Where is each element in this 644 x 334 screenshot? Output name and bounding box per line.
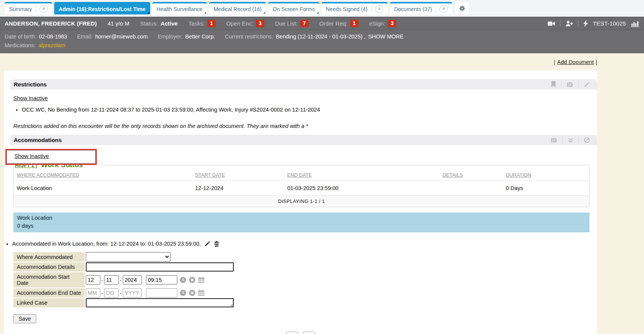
pipe-separator: | xyxy=(596,59,597,65)
accommodations-show-inactive-link[interactable]: Show Inactive xyxy=(14,153,49,159)
start-year-input[interactable] xyxy=(123,275,142,284)
counter-open-enc: Open Enc: 3 xyxy=(226,20,264,27)
calendar-icon[interactable] xyxy=(198,289,205,296)
email-field: Email: horner@mieweb.com xyxy=(77,32,148,41)
document-actions-row: | Add Document | xyxy=(0,53,644,70)
end-date-controls: - - xyxy=(86,288,205,297)
patient-info-line-1: Date of birth: 02-08-1983 Email: horner@… xyxy=(5,32,639,41)
accommodations-header-icons xyxy=(546,137,595,144)
save-button[interactable]: Save xyxy=(13,314,36,323)
where-accommodated-select[interactable] xyxy=(86,252,170,262)
tab-summary-popout[interactable] xyxy=(36,5,48,13)
col-duration[interactable]: DURATION xyxy=(503,169,589,181)
restrictions-title: Restrictions xyxy=(14,81,47,88)
bar-chart-icon[interactable] xyxy=(631,20,639,27)
cell-where: Work Location xyxy=(14,181,192,196)
clear-circle-icon[interactable] xyxy=(189,276,196,283)
clear-circle-icon[interactable] xyxy=(189,289,196,296)
add-document-link[interactable]: Add Document xyxy=(557,59,594,65)
esign-badge[interactable]: 3 xyxy=(388,20,397,27)
start-day-input[interactable] xyxy=(104,275,119,284)
patient-chart-id: TEST-10025 xyxy=(593,20,626,27)
accommodations-title: Accommodations xyxy=(14,137,62,143)
clock-icon[interactable] xyxy=(180,276,186,283)
current-restrictions-field: Current restrictions: Bending (12-11-202… xyxy=(225,32,403,41)
clock-icon[interactable] xyxy=(180,289,186,296)
accommodation-details-label: Accommodation Details xyxy=(13,262,85,272)
block-icon[interactable] xyxy=(579,137,595,143)
tab-health-surveillance[interactable]: Health Surveillance xyxy=(152,2,207,14)
where-accommodated-row: Where Accommodated xyxy=(13,252,597,262)
edit-pencil-icon[interactable] xyxy=(204,241,210,247)
tab-needs-signed[interactable]: Needs Signed (4) xyxy=(321,2,388,14)
where-accommodated-label: Where Accommodated xyxy=(13,252,85,262)
counter-tasks: Tasks: 1 xyxy=(188,20,215,27)
settings-button[interactable] xyxy=(455,2,469,14)
restriction-item: OCC WC, No Bending from 12-11-2024 08:37… xyxy=(22,107,588,113)
accommodation-summary-banner: Work Location 0 days xyxy=(13,213,589,232)
cell-duration: 0 Days xyxy=(503,181,589,196)
end-time-input[interactable] xyxy=(146,288,177,297)
end-month-input[interactable] xyxy=(86,288,100,297)
due-list-badge[interactable]: 7 xyxy=(300,20,308,27)
external-link-icon xyxy=(375,5,383,13)
col-details[interactable]: DETAILS xyxy=(440,169,503,181)
accommodations-table: WHERE ACCOMMODATED START DATE END DATE D… xyxy=(14,169,589,207)
col-end-date[interactable]: END DATE xyxy=(284,169,439,181)
tab-documents[interactable]: Documents (37) xyxy=(390,2,453,14)
patient-info-bar: Date of birth: 02-08-1983 Email: horner@… xyxy=(0,30,644,53)
journal-icon[interactable] xyxy=(546,137,562,143)
patient-age-sex: 41 y/o M xyxy=(108,20,130,27)
restrictions-show-inactive-link[interactable]: Show Inactive xyxy=(13,95,48,101)
chevron-double-down-icon[interactable] xyxy=(563,137,578,143)
start-month-input[interactable] xyxy=(86,275,100,284)
tab-summary[interactable]: Summary xyxy=(5,2,52,14)
accommodation-details-input[interactable] xyxy=(86,262,234,272)
tab-medical-record[interactable]: Medical Record (16) xyxy=(209,2,266,14)
save-all-button[interactable] xyxy=(303,332,315,334)
counter-esign: eSign: 3 xyxy=(369,20,396,27)
expand-all-button[interactable] xyxy=(286,332,298,334)
linked-case-input[interactable] xyxy=(86,298,234,307)
tab-on-screen-forms[interactable]: On Screen Forms xyxy=(268,2,319,14)
journal-icon[interactable] xyxy=(562,82,578,88)
medications-field: Medications: alprazolam xyxy=(5,41,65,50)
col-where-accommodated[interactable]: WHERE ACCOMMODATED xyxy=(14,169,192,181)
person-add-icon[interactable] xyxy=(565,20,573,27)
current-restrictions-value: Bending (12-11-2024 - 01-03-2025) , xyxy=(276,32,365,41)
end-day-input[interactable] xyxy=(104,288,119,297)
tab-label: Summary xyxy=(9,6,32,12)
bookmark-icon[interactable] xyxy=(546,81,561,88)
cell-details xyxy=(440,181,503,196)
lightning-icon[interactable] xyxy=(583,20,588,27)
end-year-input[interactable] xyxy=(123,288,142,297)
medication-link[interactable]: alprazolam xyxy=(38,41,65,50)
external-link-icon xyxy=(440,5,448,13)
tasks-badge[interactable]: 1 xyxy=(207,20,216,27)
open-enc-badge[interactable]: 3 xyxy=(256,20,264,27)
show-more-link[interactable]: SHOW MORE xyxy=(368,32,404,41)
calendar-icon[interactable] xyxy=(198,276,205,283)
tab-documents-popout[interactable] xyxy=(436,5,448,13)
employer-value: Better Corp. xyxy=(185,32,215,41)
col-start-date[interactable]: START DATE xyxy=(192,169,284,181)
patient-header: ANDERSON, FREDERICK (FRED) 41 y/o M Stat… xyxy=(0,17,644,30)
tab-label: On Screen Forms xyxy=(273,6,315,12)
patient-info-line-2: Medications: alprazolam xyxy=(5,41,639,50)
video-camera-icon[interactable] xyxy=(548,21,555,27)
tab-label: Health Surveillance xyxy=(157,6,203,12)
trash-icon[interactable] xyxy=(214,241,219,247)
start-time-input[interactable] xyxy=(146,275,177,284)
dob-field: Date of birth: 02-08-1983 xyxy=(5,32,67,41)
tab-label: Needs Signed (4) xyxy=(326,6,368,12)
table-row[interactable]: Work Location 12-12-2024 01-03-2025 23:5… xyxy=(14,181,589,196)
tab-needs-signed-popout[interactable] xyxy=(371,5,383,13)
start-date-label: Accommodation Start Date xyxy=(13,272,85,288)
order-req-badge[interactable]: 1 xyxy=(350,20,358,27)
pencil-icon[interactable] xyxy=(579,82,595,88)
restrictions-section-header: Restrictions xyxy=(10,79,597,89)
bottom-toolbar xyxy=(4,332,597,334)
accommodations-section-header: Accommodations xyxy=(10,135,597,145)
tab-admin-restrictions[interactable]: Admin (16):Restrictions/Lost Time xyxy=(54,2,150,14)
end-date-label: Accommodation End Date xyxy=(13,288,85,297)
